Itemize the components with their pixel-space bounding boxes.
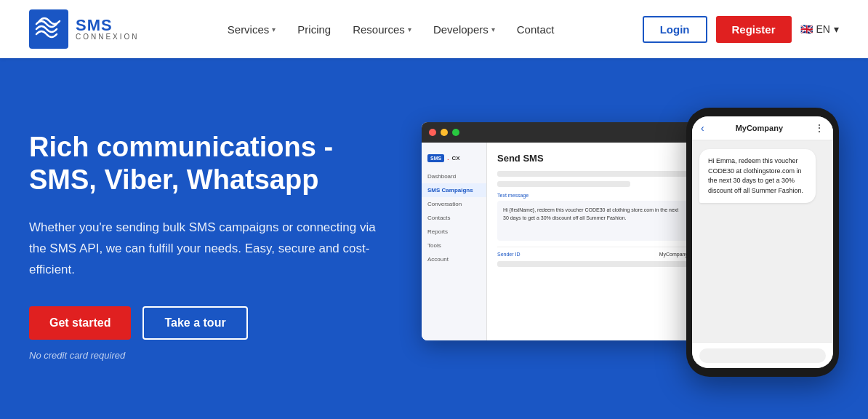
nav-actions: Login Register 🇬🇧 EN ▾ bbox=[643, 16, 839, 43]
back-icon[interactable]: ‹ bbox=[701, 122, 704, 134]
chevron-down-icon: ▾ bbox=[408, 25, 411, 33]
logo-text: SMS CONNEXION bbox=[76, 17, 140, 41]
expand-dot bbox=[452, 129, 459, 136]
hero-visual: SMS . CX Dashboard SMS Campaigns Convers… bbox=[422, 108, 839, 384]
phone-contact-name: MyCompany bbox=[736, 124, 783, 132]
nav-developers[interactable]: Developers ▾ bbox=[433, 23, 495, 36]
chevron-down-icon: ▾ bbox=[491, 25, 495, 33]
phone-topbar: ‹ MyCompany ⋮ bbox=[692, 116, 833, 140]
text-message-label: Text message bbox=[497, 193, 688, 198]
no-credit-label: No credit card required bbox=[29, 350, 407, 361]
form-field-2 bbox=[497, 181, 630, 187]
sender-row: Sender ID MyCompany bbox=[497, 247, 688, 257]
sidebar-account[interactable]: Account bbox=[422, 252, 486, 266]
get-started-button[interactable]: Get started bbox=[29, 306, 131, 340]
language-selector[interactable]: 🇬🇧 EN ▾ bbox=[800, 23, 839, 35]
sender-label: Sender ID bbox=[497, 252, 521, 257]
nav-links: Services ▾ Pricing Resources ▾ Developer… bbox=[228, 23, 555, 36]
mockup-brand: SMS . CX bbox=[422, 150, 486, 169]
sidebar-dashboard[interactable]: Dashboard bbox=[422, 169, 486, 183]
mockup-body: SMS . CX Dashboard SMS Campaigns Convers… bbox=[422, 143, 698, 340]
login-button[interactable]: Login bbox=[643, 16, 707, 43]
sidebar-conversation[interactable]: Conversation bbox=[422, 197, 486, 211]
hero-description: Whether you're sending bulk SMS campaign… bbox=[29, 218, 378, 281]
flag-icon: 🇬🇧 bbox=[800, 23, 813, 35]
logo[interactable]: SMS CONNEXION bbox=[29, 9, 140, 49]
phone-input-bar bbox=[692, 342, 833, 368]
sidebar-contacts[interactable]: Contacts bbox=[422, 211, 486, 225]
sidebar-reports[interactable]: Reports bbox=[422, 225, 486, 239]
nav-resources[interactable]: Resources ▾ bbox=[353, 23, 411, 36]
chevron-down-icon: ▾ bbox=[272, 25, 276, 33]
message-input[interactable] bbox=[699, 348, 826, 363]
logo-icon bbox=[29, 9, 68, 49]
form-field-1 bbox=[497, 171, 688, 177]
hero-title: Rich communications - SMS, Viber, Whatsa… bbox=[29, 131, 407, 197]
dashboard-mockup: SMS . CX Dashboard SMS Campaigns Convers… bbox=[422, 122, 698, 340]
nav-services[interactable]: Services ▾ bbox=[228, 23, 276, 36]
nav-contact[interactable]: Contact bbox=[517, 23, 555, 36]
take-tour-button[interactable]: Take a tour bbox=[142, 306, 247, 340]
hero-section: Rich communications - SMS, Viber, Whatsa… bbox=[0, 58, 868, 419]
send-sms-title: Send SMS bbox=[497, 153, 688, 164]
phone-screen: ‹ MyCompany ⋮ Hi Emma, redeem this vouch… bbox=[692, 116, 833, 368]
close-dot bbox=[429, 129, 436, 136]
sidebar-sms-campaigns[interactable]: SMS Campaigns bbox=[422, 183, 486, 197]
mockup-main: Send SMS Text message Hi {firstName}, re… bbox=[487, 143, 698, 340]
titlebar bbox=[422, 122, 698, 143]
minimize-dot bbox=[441, 129, 448, 136]
chevron-down-icon: ▾ bbox=[834, 23, 839, 35]
nav-pricing[interactable]: Pricing bbox=[297, 23, 331, 36]
phone-messages: Hi Emma, redeem this voucher CODE30 at c… bbox=[692, 140, 833, 342]
mockup-sidebar: SMS . CX Dashboard SMS Campaigns Convers… bbox=[422, 143, 487, 340]
navbar: SMS CONNEXION Services ▾ Pricing Resourc… bbox=[0, 0, 868, 58]
form-bottom-line bbox=[497, 261, 688, 267]
text-message-box[interactable]: Hi {firstName}, redeem this voucher CODE… bbox=[497, 201, 688, 241]
sidebar-tools[interactable]: Tools bbox=[422, 239, 486, 252]
svg-rect-0 bbox=[29, 9, 68, 49]
message-bubble: Hi Emma, redeem this voucher CODE30 at c… bbox=[699, 149, 816, 203]
sender-value: MyCompany bbox=[659, 252, 688, 257]
hero-buttons: Get started Take a tour bbox=[29, 306, 407, 340]
phone-mockup: ‹ MyCompany ⋮ Hi Emma, redeem this vouch… bbox=[686, 108, 839, 377]
more-icon[interactable]: ⋮ bbox=[814, 122, 824, 134]
hero-content: Rich communications - SMS, Viber, Whatsa… bbox=[29, 131, 407, 362]
register-button[interactable]: Register bbox=[716, 16, 792, 43]
